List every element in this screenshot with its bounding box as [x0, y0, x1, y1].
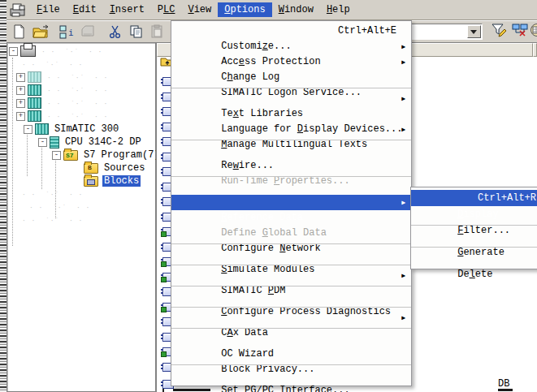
- tree-node-label: Sources: [102, 162, 146, 174]
- shortcut-label: Ctrl+Alt+E: [338, 24, 396, 39]
- menubar-item[interactable]: View: [181, 2, 218, 17]
- options-menu-item[interactable]: Text Libraries: [171, 91, 411, 106]
- options-menu-item[interactable]: CAx Data: [171, 310, 411, 325]
- submenu-arrow-icon: [401, 91, 405, 106]
- tree-node-icon: [84, 163, 98, 174]
- menubar-item[interactable]: File: [30, 2, 67, 17]
- cut-icon[interactable]: [107, 24, 123, 39]
- accessible-nodes-icon[interactable]: i: [58, 24, 75, 39]
- tree-node[interactable]: Blocks: [81, 174, 141, 187]
- options-menu: Customize... Ctrl+Alt+E Access Protectio…: [171, 20, 412, 386]
- tree-node[interactable]: Sources: [81, 162, 146, 174]
- tree-node[interactable]: +: [16, 71, 110, 84]
- new-document-icon[interactable]: [11, 24, 28, 39]
- options-menu-item[interactable]: Block Privacy...: [171, 347, 411, 362]
- options-menu-item[interactable]: OC Wizard: [171, 331, 411, 347]
- tree-node-label: [45, 71, 110, 83]
- options-menu-item[interactable]: Customize... Ctrl+Alt+E: [171, 24, 411, 39]
- options-menu-item[interactable]: Define Global Data: [171, 210, 411, 226]
- options-menu-item[interactable]: [171, 174, 411, 179]
- tree-node[interactable]: -: [9, 45, 104, 58]
- tree-node-icon: [20, 45, 36, 57]
- tree-node[interactable]: +: [16, 97, 110, 110]
- network-icon[interactable]: [512, 23, 528, 37]
- menu-bar: File Edit Insert PLC View Options Window…: [6, 0, 537, 20]
- tree-node[interactable]: [24, 200, 92, 213]
- submenu-item[interactable]: [411, 244, 537, 250]
- options-menu-item[interactable]: Access Protection: [171, 39, 411, 54]
- options-menu-item[interactable]: SIMATIC Logon Service...: [171, 70, 411, 85]
- options-menu-item[interactable]: [171, 304, 411, 310]
- expand-box-icon[interactable]: -: [52, 151, 61, 160]
- expand-box-icon[interactable]: +: [16, 73, 25, 82]
- tree-node-icon: [50, 136, 59, 149]
- submenu-arrow-icon: [401, 39, 405, 54]
- options-menu-item[interactable]: Set PG/PC Interface...: [171, 368, 411, 383]
- tree-node-icon: [28, 97, 41, 109]
- submenu-item[interactable]: Delete: [411, 250, 537, 266]
- menubar-item[interactable]: Options: [218, 2, 271, 17]
- submenu-item[interactable]: [411, 222, 537, 228]
- tree-node[interactable]: +: [16, 84, 110, 97]
- options-menu-item[interactable]: [171, 241, 411, 247]
- shortcut-label: Ctrl+Alt+R: [478, 190, 536, 206]
- expand-box-icon[interactable]: -: [24, 125, 32, 134]
- menubar-item[interactable]: PLC: [151, 2, 182, 17]
- printer-app-icon[interactable]: [9, 3, 27, 17]
- memory-card-icon[interactable]: [80, 24, 96, 39]
- options-menu-item[interactable]: Change Log: [171, 54, 411, 70]
- options-menu-item[interactable]: SIMATIC PDM: [171, 268, 411, 283]
- tree-node[interactable]: [16, 187, 84, 200]
- expand-box-icon[interactable]: +: [16, 112, 25, 121]
- options-menu-item[interactable]: Reference Data: [171, 195, 411, 210]
- tree-node-label: CPU 314C-2 DP: [63, 136, 143, 148]
- menubar-item[interactable]: Help: [320, 2, 357, 17]
- submenu-item[interactable]: Generate: [411, 228, 537, 244]
- expand-box-icon[interactable]: -: [9, 47, 18, 56]
- menubar-item[interactable]: Edit: [67, 2, 103, 17]
- menubar-item[interactable]: Window: [272, 2, 320, 17]
- submenu-arrow-icon: [401, 268, 405, 283]
- options-menu-item[interactable]: [171, 137, 411, 143]
- options-menu-item[interactable]: Run-Time Properties...: [171, 158, 411, 174]
- module-info-icon[interactable]: [530, 23, 537, 37]
- options-menu-item[interactable]: [171, 325, 411, 331]
- options-menu-item[interactable]: [171, 262, 411, 268]
- submenu-arrow-icon: [401, 122, 405, 137]
- expand-box-icon[interactable]: -: [38, 138, 47, 147]
- copy-icon[interactable]: [128, 24, 145, 39]
- expand-box-icon[interactable]: +: [16, 99, 25, 108]
- tree-node[interactable]: - SImATIC 300: [24, 123, 120, 136]
- options-menu-item[interactable]: [171, 362, 411, 368]
- tree-node[interactable]: - S7 Program(7): [52, 149, 162, 162]
- expand-box-icon[interactable]: +: [16, 86, 25, 95]
- simatic-manager-window: { "colors": { "selection_blue": "#2e5bc7…: [0, 0, 537, 392]
- options-menu-item[interactable]: [171, 283, 411, 289]
- submenu-item[interactable]: Display Ctrl+Alt+R: [411, 190, 537, 206]
- options-menu-item[interactable]: Compare Blocks...: [171, 179, 411, 195]
- options-menu-item[interactable]: Simulate Modules: [171, 247, 411, 262]
- block-filter-combobox[interactable]: [404, 24, 483, 40]
- options-menu-item[interactable]: Configure Process Diagnostics: [171, 289, 411, 304]
- tree-node-icon: [28, 71, 41, 83]
- submenu-item[interactable]: Filter...: [411, 206, 537, 222]
- tree-node-label: S7 Program(7): [82, 149, 162, 161]
- options-menu-item[interactable]: [171, 85, 411, 91]
- column-header[interactable]: [533, 43, 537, 57]
- options-menu-item[interactable]: Manage Multilingual Texts: [171, 122, 411, 137]
- paste-icon[interactable]: [149, 24, 166, 39]
- tree-node[interactable]: +: [16, 110, 110, 123]
- options-menu-item[interactable]: Rewire...: [171, 143, 411, 158]
- project-tree-panel: - + + +: [6, 42, 156, 392]
- open-project-icon[interactable]: [32, 24, 49, 39]
- options-menu-item[interactable]: Configure Network: [171, 226, 411, 241]
- tree-node[interactable]: [16, 58, 84, 71]
- tree-node-icon: [28, 84, 41, 96]
- combo-dropdown-button[interactable]: [467, 25, 481, 38]
- tree-node-label: Blocks: [102, 175, 141, 187]
- tree-node[interactable]: [16, 213, 84, 226]
- filter-icon[interactable]: [491, 23, 507, 37]
- menubar-item[interactable]: Insert: [103, 2, 151, 17]
- tree-node[interactable]: - CPU 314C-2 DP: [38, 136, 143, 149]
- options-menu-item[interactable]: Language for Display Devices...: [171, 106, 411, 122]
